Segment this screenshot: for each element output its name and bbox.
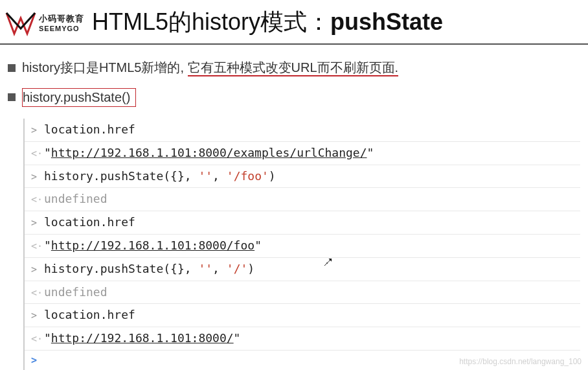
page-title: HTML5的history模式：pushState — [92, 6, 443, 38]
console-code: "http://192.168.1.101:8000/foo" — [44, 237, 262, 255]
chevron-left-icon: <· — [31, 331, 44, 347]
bullet-2-box: history.pushState() — [22, 88, 136, 107]
logo-en: SEEMYGO — [39, 25, 84, 32]
console-row: > location.href — [25, 119, 580, 142]
console-undefined: undefined — [44, 190, 107, 209]
bullet-1-underlined: 它有五种模式改变URL而不刷新页面. — [188, 60, 399, 76]
logo: 小码哥教育 SEEMYGO — [5, 9, 84, 36]
console-row: <· "http://192.168.1.101:8000/examples/u… — [25, 142, 580, 165]
console-row: <· "http://192.168.1.101:8000/foo" — [25, 235, 580, 258]
chevron-left-icon: <· — [31, 146, 44, 161]
content: history接口是HTML5新增的, 它有五种模式改变URL而不刷新页面. h… — [0, 45, 588, 370]
console-code: history.pushState({}, '', '/foo') — [44, 167, 276, 186]
bullet-1-plain: history接口是HTML5新增的, — [22, 60, 188, 75]
bullet-1-text: history接口是HTML5新增的, 它有五种模式改变URL而不刷新页面. — [22, 59, 398, 76]
chevron-right-icon: > — [31, 262, 44, 277]
chevron-right-icon: > — [31, 308, 44, 323]
bullet-marker-icon — [8, 64, 16, 72]
bullet-1: history接口是HTML5新增的, 它有五种模式改变URL而不刷新页面. — [8, 59, 580, 76]
console-code: location.href — [44, 213, 135, 232]
console-undefined: undefined — [44, 283, 107, 302]
chevron-left-icon: <· — [31, 285, 44, 301]
logo-text: 小码哥教育 SEEMYGO — [39, 13, 84, 32]
bullet-2-text: history.pushState() — [22, 88, 136, 107]
chevron-left-icon: <· — [31, 192, 44, 207]
chevron-right-icon: > — [31, 122, 44, 138]
logo-mark-icon — [5, 9, 36, 36]
console-output: > location.href <· "http://192.168.1.101… — [23, 119, 580, 370]
chevron-right-icon: > — [31, 353, 44, 368]
bullet-marker-icon — [8, 93, 16, 101]
console-row: > history.pushState({}, '', '/') — [25, 258, 580, 281]
console-row: <· undefined — [25, 188, 580, 211]
console-code: location.href — [44, 121, 135, 139]
watermark: https://blog.csdn.net/langwang_100 — [459, 357, 582, 366]
chevron-right-icon: > — [31, 169, 44, 185]
console-row: > history.pushState({}, '', '/foo') — [25, 165, 580, 189]
logo-cn: 小码哥教育 — [39, 13, 84, 25]
console-row: > location.href — [25, 304, 580, 327]
console-link: http://192.168.1.101:8000/ — [51, 331, 234, 345]
console-link: http://192.168.1.101:8000/examples/urlCh… — [51, 146, 367, 159]
bullet-2: history.pushState() — [8, 88, 580, 107]
console-code: history.pushState({}, '', '/') — [44, 260, 254, 279]
console-code: location.href — [44, 306, 135, 325]
console-row: > location.href — [25, 211, 580, 235]
console-code: "http://192.168.1.101:8000/" — [44, 329, 240, 348]
console-row: <· undefined — [25, 281, 580, 305]
console-row: <· "http://192.168.1.101:8000/" — [25, 327, 580, 351]
console-link: http://192.168.1.101:8000/foo — [51, 238, 254, 252]
chevron-left-icon: <· — [31, 238, 44, 254]
slide-header: 小码哥教育 SEEMYGO HTML5的history模式：pushState — [0, 0, 588, 45]
console-code: "http://192.168.1.101:8000/examples/urlC… — [44, 144, 374, 163]
title-prefix: HTML5的history模式： — [92, 8, 330, 35]
chevron-right-icon: > — [31, 215, 44, 231]
title-bold: pushState — [330, 8, 443, 35]
